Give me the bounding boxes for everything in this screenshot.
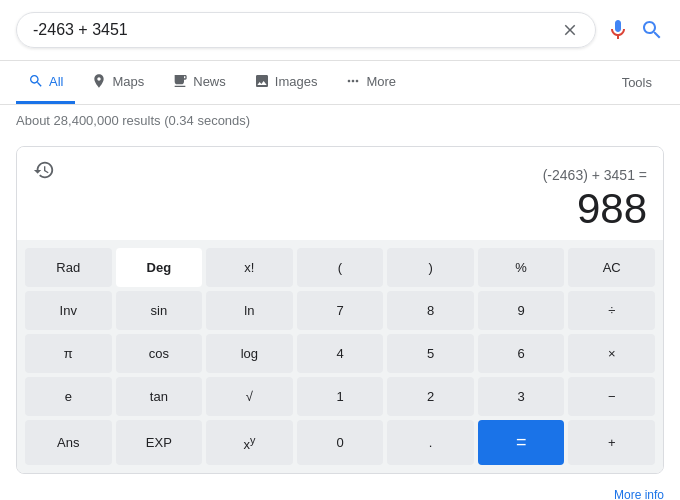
search-input[interactable] [33,21,551,39]
sqrt-button[interactable]: √ [206,377,293,416]
tab-all-label: All [49,74,63,89]
tools-button[interactable]: Tools [610,63,664,102]
plus-button[interactable]: + [568,420,655,465]
tab-all[interactable]: All [16,61,75,104]
euler-button[interactable]: e [25,377,112,416]
open-paren-button[interactable]: ( [297,248,384,287]
four-button[interactable]: 4 [297,334,384,373]
divide-button[interactable]: ÷ [568,291,655,330]
calc-result: 988 [33,186,647,232]
more-tab-icon [345,73,361,89]
nav-tabs: All Maps News Images More Tools [0,61,680,105]
three-button[interactable]: 3 [478,377,565,416]
minus-button[interactable]: − [568,377,655,416]
images-tab-icon [254,73,270,89]
mic-button[interactable] [606,18,630,42]
search-button[interactable] [640,18,664,42]
percent-button[interactable]: % [478,248,565,287]
tab-maps-label: Maps [112,74,144,89]
one-button[interactable]: 1 [297,377,384,416]
power-button[interactable]: xy [206,420,293,465]
calc-expression: (-2463) + 3451 = [543,167,647,183]
two-button[interactable]: 2 [387,377,474,416]
deg-button[interactable]: Deg [116,248,203,287]
history-button[interactable] [33,159,55,186]
tab-news[interactable]: News [160,61,238,104]
close-paren-button[interactable]: ) [387,248,474,287]
calc-buttons: Rad Deg x! ( ) % AC Inv sin ln 7 8 9 ÷ π… [17,240,663,473]
more-info-link[interactable]: More info [614,488,664,500]
equals-button[interactable]: = [478,420,565,465]
five-button[interactable]: 5 [387,334,474,373]
log-button[interactable]: log [206,334,293,373]
more-info-row: More info [0,484,680,500]
calc-display: (-2463) + 3451 = 988 [17,147,663,240]
close-icon [561,21,579,39]
search-bar-row [0,0,680,61]
cos-button[interactable]: cos [116,334,203,373]
search-icon [640,18,664,42]
tab-more-label: More [366,74,396,89]
clear-button[interactable] [561,21,579,39]
mic-icon [606,18,630,42]
tab-images-label: Images [275,74,318,89]
rad-button[interactable]: Rad [25,248,112,287]
ac-button[interactable]: AC [568,248,655,287]
maps-tab-icon [91,73,107,89]
factorial-button[interactable]: x! [206,248,293,287]
tab-more[interactable]: More [333,61,408,104]
six-button[interactable]: 6 [478,334,565,373]
results-count: About 28,400,000 results (0.34 seconds) [16,113,250,128]
tab-images[interactable]: Images [242,61,330,104]
calc-display-top: (-2463) + 3451 = [33,159,647,186]
tab-news-label: News [193,74,226,89]
search-tab-icon [28,73,44,89]
exp-button[interactable]: EXP [116,420,203,465]
eight-button[interactable]: 8 [387,291,474,330]
decimal-button[interactable]: . [387,420,474,465]
tab-maps[interactable]: Maps [79,61,156,104]
tan-button[interactable]: tan [116,377,203,416]
pi-button[interactable]: π [25,334,112,373]
history-icon [33,159,55,181]
inv-button[interactable]: Inv [25,291,112,330]
tools-label: Tools [622,75,652,90]
nine-button[interactable]: 9 [478,291,565,330]
results-info: About 28,400,000 results (0.34 seconds) [0,105,680,136]
search-input-wrapper [16,12,596,48]
ans-button[interactable]: Ans [25,420,112,465]
seven-button[interactable]: 7 [297,291,384,330]
zero-button[interactable]: 0 [297,420,384,465]
news-tab-icon [172,73,188,89]
sin-button[interactable]: sin [116,291,203,330]
ln-button[interactable]: ln [206,291,293,330]
multiply-button[interactable]: × [568,334,655,373]
calculator-widget: (-2463) + 3451 = 988 Rad Deg x! ( ) % AC… [16,146,664,474]
